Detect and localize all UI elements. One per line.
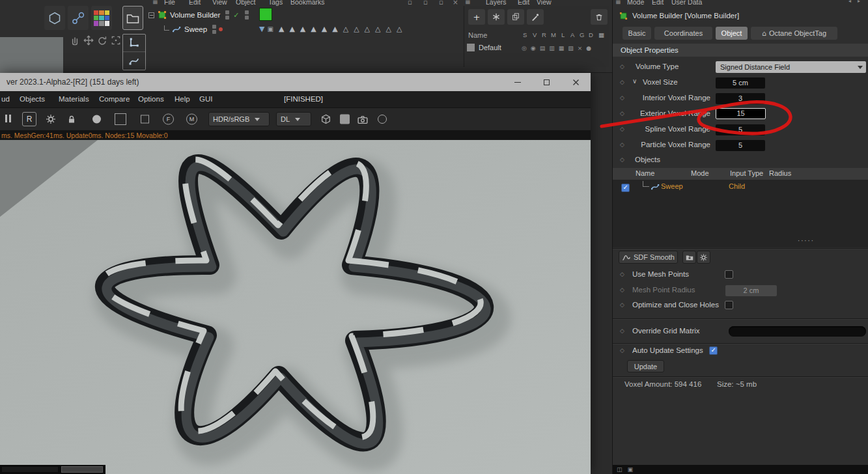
tree-collapse-icon[interactable]: −: [148, 12, 154, 18]
film-icon[interactable]: ▫: [423, 0, 428, 6]
octane-menu-help[interactable]: Help: [175, 95, 190, 103]
model-mode-button[interactable]: [44, 6, 65, 30]
key-diamond-icon[interactable]: ◇: [620, 328, 624, 334]
pause-render-icon[interactable]: [5, 113, 13, 125]
curve-spline-button[interactable]: [123, 52, 145, 70]
render-region-icon[interactable]: [115, 113, 126, 125]
octane-menu-options[interactable]: Options: [138, 95, 164, 103]
manager-toggle-icon[interactable]: ▥: [549, 45, 555, 51]
close-icon[interactable]: ×: [453, 0, 458, 6]
objects-list[interactable]: Sweep Child: [613, 180, 868, 247]
menu-tags[interactable]: Tags: [268, 0, 283, 6]
col-solo[interactable]: S: [523, 31, 527, 38]
grid-col-icon[interactable]: ▦: [598, 31, 604, 38]
marker-flag-icon[interactable]: ▼: [259, 25, 264, 33]
generators-toggle-icon[interactable]: ×: [578, 45, 583, 51]
keyframe-triangles[interactable]: ▲▲▲▲▲▲△△△△△△: [279, 25, 408, 33]
menu-layers[interactable]: Layers: [486, 0, 507, 6]
smooth-settings-button[interactable]: [697, 251, 710, 264]
add-folder-button[interactable]: [682, 251, 696, 264]
menu-file[interactable]: File: [164, 0, 175, 6]
key-diamond-icon[interactable]: ◇: [620, 110, 624, 117]
octane-menu-objects[interactable]: Objects: [20, 95, 45, 103]
key-diamond-icon[interactable]: ◇: [620, 301, 624, 308]
sdf-smooth-button[interactable]: SDF Smooth: [619, 251, 678, 264]
marker-box-icon[interactable]: ▣: [267, 25, 273, 33]
override-grid-matrix-linkfield[interactable]: [729, 326, 866, 337]
focus-picker-button[interactable]: F: [163, 114, 174, 125]
dock-icon[interactable]: ◫: [617, 466, 623, 473]
hamburger-icon[interactable]: ≡: [465, 0, 471, 6]
key-diamond-icon[interactable]: ◇: [620, 347, 624, 354]
material-picker-button[interactable]: M: [186, 114, 197, 125]
object-row-volume-builder[interactable]: − Volume Builder ✓: [148, 9, 249, 21]
section-object-properties[interactable]: Object Properties: [613, 44, 868, 57]
voxel-size-field[interactable]: 5 cm: [716, 77, 765, 89]
menu-bookmarks[interactable]: Bookmarks: [290, 0, 325, 6]
filled-square-icon[interactable]: [340, 115, 350, 124]
move-icon[interactable]: [83, 35, 94, 46]
dl-dropdown[interactable]: DL: [276, 112, 311, 126]
deformers-toggle-icon[interactable]: ●: [586, 45, 591, 51]
use-mesh-points-checkbox[interactable]: [725, 270, 733, 279]
cube-icon[interactable]: [320, 114, 331, 125]
object-enabled-checkbox[interactable]: [621, 184, 630, 192]
solo-toggle-icon[interactable]: ◎: [522, 45, 527, 51]
close-button[interactable]: [561, 73, 591, 91]
render-settings-gear-icon[interactable]: [46, 114, 56, 124]
key-diamond-icon[interactable]: ◇: [620, 156, 624, 163]
menu-layers-edit[interactable]: Edit: [518, 0, 529, 6]
tab-octane-objecttag[interactable]: ⌂ Octane ObjectTag: [751, 27, 837, 40]
history-back-icon[interactable]: ◂: [848, 0, 851, 4]
col-render[interactable]: R: [542, 31, 546, 38]
maximize-button[interactable]: [532, 73, 561, 91]
frame-icon[interactable]: ▫: [439, 0, 443, 6]
col-input-type[interactable]: Input Type: [730, 169, 763, 177]
col-name[interactable]: Name: [636, 169, 654, 177]
octane-menu-materials[interactable]: Materials: [59, 95, 89, 103]
layer-row-default[interactable]: Default: [467, 44, 501, 51]
object-row-sweep[interactable]: Sweep: [164, 23, 223, 35]
frame-view-icon[interactable]: [110, 35, 122, 46]
tab-object[interactable]: Object: [716, 27, 748, 40]
disabled-dot-icon[interactable]: [219, 27, 223, 31]
octane-menu-gui[interactable]: GUI: [199, 95, 212, 103]
spline-voxel-range-field[interactable]: 5: [716, 124, 765, 135]
menu-edit[interactable]: Edit: [189, 0, 201, 6]
key-diamond-icon[interactable]: ◇: [620, 271, 624, 277]
visibility-dots-icon[interactable]: [225, 10, 229, 20]
layer-options-button[interactable]: [488, 9, 505, 25]
lock-toggle-icon[interactable]: ▦: [559, 45, 565, 51]
window-titlebar[interactable]: ver 2023.1-Alpha2-[R2] (151 days left): [0, 73, 591, 91]
col-manager[interactable]: M: [551, 31, 556, 38]
grid-icon[interactable]: ▣: [628, 466, 634, 473]
circle-outline-icon[interactable]: [378, 115, 387, 124]
render-toggle-icon[interactable]: ▤: [540, 45, 546, 51]
key-diamond-icon[interactable]: ◇: [620, 141, 624, 148]
auto-update-settings-checkbox[interactable]: [709, 346, 718, 355]
col-deformers[interactable]: D: [589, 31, 593, 38]
col-mode[interactable]: Mode: [691, 169, 709, 177]
col-generators[interactable]: G: [580, 31, 584, 38]
film-region-icon[interactable]: [141, 115, 149, 124]
linear-spline-button[interactable]: [123, 35, 145, 52]
search-icon[interactable]: ▫: [408, 0, 412, 6]
add-layer-button[interactable]: +: [468, 9, 485, 25]
key-diamond-icon[interactable]: ◇: [620, 286, 624, 293]
hamburger-icon[interactable]: ≡: [615, 0, 621, 6]
tab-coordinates[interactable]: Coordinates: [654, 27, 712, 40]
material-palette-button[interactable]: [91, 6, 112, 30]
object-row-input-type[interactable]: Child: [729, 182, 745, 190]
optimize-close-holes-checkbox[interactable]: [725, 301, 733, 309]
menu-user-data[interactable]: User Data: [671, 0, 702, 6]
update-button[interactable]: Update: [627, 360, 664, 372]
col-lock[interactable]: L: [561, 31, 565, 38]
col-view[interactable]: V: [533, 31, 537, 38]
interior-voxel-range-field[interactable]: 3: [716, 93, 765, 104]
octane-menu-compare[interactable]: Compare: [99, 95, 130, 103]
view-toggle-icon[interactable]: ◉: [531, 45, 536, 51]
object-row-name[interactable]: Sweep: [661, 182, 683, 190]
col-radius[interactable]: Radius: [769, 169, 791, 177]
texture-preview-swatch[interactable]: [259, 8, 272, 21]
resize-dots-handle[interactable]: ·····: [798, 237, 815, 244]
